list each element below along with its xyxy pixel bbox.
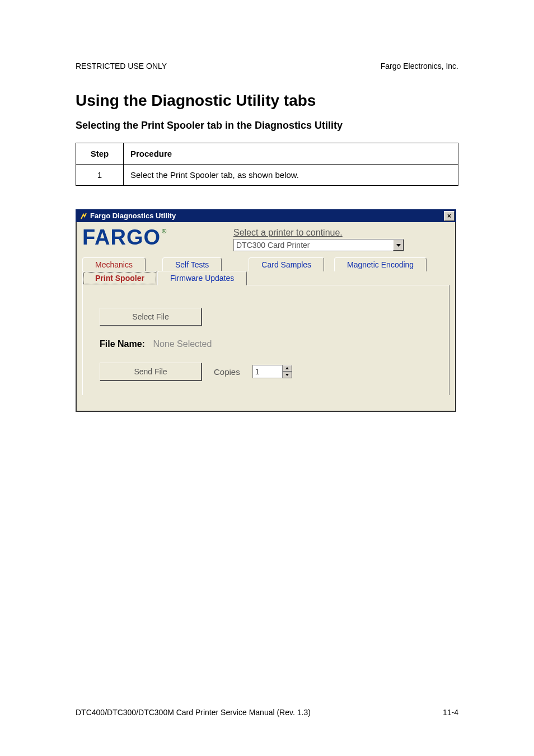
diagnostics-window: Fargo Diagnostics Utility × FARGO® Selec… — [76, 209, 456, 412]
dropdown-button[interactable] — [393, 240, 404, 251]
footer-right: 11-4 — [443, 708, 458, 717]
window-titlebar[interactable]: Fargo Diagnostics Utility × — [76, 209, 456, 222]
file-name-value: None Selected — [153, 339, 212, 349]
select-printer-label: Select a printer to continue. — [233, 228, 449, 238]
close-icon: × — [447, 212, 451, 220]
printer-dropdown-value: DTC300 Card Printer — [234, 241, 310, 250]
tab-magnetic-encoding[interactable]: Magnetic Encoding — [334, 257, 427, 271]
fargo-logo: FARGO® — [82, 227, 166, 248]
table-head-step: Step — [76, 143, 124, 165]
table-head-procedure: Procedure — [124, 143, 458, 165]
table-cell-step: 1 — [76, 165, 124, 186]
tab-mechanics[interactable]: Mechanics — [82, 257, 146, 271]
chevron-up-icon — [285, 367, 289, 369]
tab-self-tests[interactable]: Self Tests — [162, 257, 222, 271]
logo-text: FARGO — [82, 226, 161, 249]
section-title: Using the Diagnostic Utility tabs — [76, 92, 458, 110]
copies-decrement-button[interactable] — [283, 372, 292, 378]
file-name-label: File Name: — [100, 339, 145, 349]
close-button[interactable]: × — [444, 211, 455, 221]
send-file-button[interactable]: Send File — [100, 363, 202, 381]
footer-left: DTC400/DTC300/DTC300M Card Printer Servi… — [76, 708, 311, 717]
tab-card-samples[interactable]: Card Samples — [249, 257, 324, 271]
window-title: Fargo Diagnostics Utility — [90, 212, 176, 220]
chevron-down-icon — [285, 374, 289, 376]
procedure-table: Step Procedure 1 Select the Print Spoole… — [76, 143, 458, 186]
header-left: RESTRICTED USE ONLY — [76, 62, 167, 71]
tab-firmware-updates[interactable]: Firmware Updates — [157, 271, 247, 285]
app-icon — [79, 212, 88, 220]
table-row: 1 Select the Print Spooler tab, as shown… — [76, 165, 458, 186]
copies-increment-button[interactable] — [283, 365, 292, 372]
copies-input[interactable] — [252, 365, 283, 378]
header-right: Fargo Electronics, Inc. — [381, 62, 458, 71]
table-cell-procedure: Select the Print Spooler tab, as shown b… — [124, 165, 458, 186]
tab-pane-print-spooler: Select File File Name: None Selected Sen… — [82, 285, 449, 395]
logo-registered-mark: ® — [162, 228, 167, 234]
tab-print-spooler[interactable]: Print Spooler — [82, 271, 157, 285]
subsection-title: Selecting the Print Spooler tab in the D… — [76, 120, 458, 132]
select-file-button[interactable]: Select File — [100, 308, 202, 326]
copies-label: Copies — [214, 367, 240, 377]
tab-strip: Mechanics Self Tests Card Samples Magnet… — [82, 257, 449, 395]
printer-dropdown[interactable]: DTC300 Card Printer — [233, 239, 404, 251]
chevron-down-icon — [396, 244, 401, 247]
copies-spinner[interactable] — [252, 365, 292, 378]
